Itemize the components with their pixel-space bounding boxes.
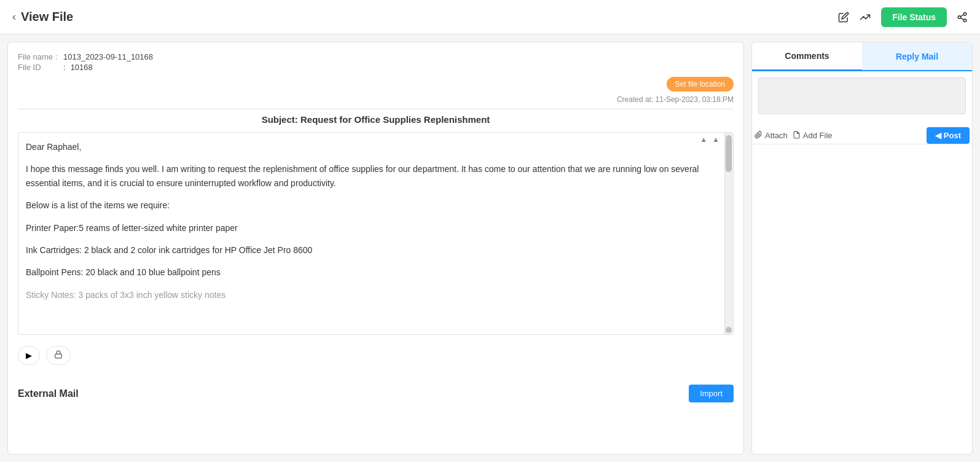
edit-icon-button[interactable] xyxy=(838,12,849,23)
email-subject: Subject: Request for Office Supplies Rep… xyxy=(18,114,734,125)
scrollbar-thumb xyxy=(726,135,732,172)
file-name-label: File name : xyxy=(18,52,61,61)
main-layout: File name : 1013_2023-09-11_10168 File I… xyxy=(0,34,980,462)
header-left: ‹ View File xyxy=(12,10,73,24)
import-button[interactable]: Import xyxy=(689,385,734,402)
panel-divider xyxy=(752,144,972,144)
file-id-colon: : xyxy=(63,63,66,72)
page-title: View File xyxy=(21,10,73,24)
file-id-value: 10168 xyxy=(71,63,93,72)
scrollbar-track[interactable] xyxy=(724,133,733,334)
file-metadata: File name : 1013_2023-09-11_10168 File I… xyxy=(18,52,734,72)
scroll-up2-button[interactable]: ▲ xyxy=(711,135,721,144)
forward-button[interactable]: ▶ xyxy=(18,346,40,365)
back-button[interactable]: ‹ xyxy=(12,10,16,23)
file-id-label: File ID xyxy=(18,63,61,72)
created-at-text: Created at: 11-Sep-2023, 03:18:PM xyxy=(617,95,734,104)
add-file-label: Add File xyxy=(803,131,833,140)
email-paragraph-1: I hope this message finds you well. I am… xyxy=(26,162,721,190)
comment-actions: Attach Add File ◀ Post xyxy=(752,127,972,144)
share-icon-button[interactable] xyxy=(957,12,968,23)
file-name-row: File name : 1013_2023-09-11_10168 xyxy=(18,52,734,61)
email-item-3: Ballpoint Pens: 20 black and 10 blue bal… xyxy=(26,265,721,279)
divider xyxy=(18,109,734,109)
email-item-4-truncated: Sticky Notes: 3 packs of 3x3 inch yellow… xyxy=(26,288,721,302)
file-name-value: 1013_2023-09-11_10168 xyxy=(63,52,153,61)
email-paragraph-2: Below is a list of the items we require: xyxy=(26,198,721,212)
comment-textarea[interactable] xyxy=(758,77,966,114)
lock-button[interactable] xyxy=(46,346,71,365)
add-file-button[interactable]: Add File xyxy=(793,131,833,141)
email-item-2: Ink Cartridges: 2 black and 2 color ink … xyxy=(26,243,721,257)
post-send-icon: ◀ xyxy=(935,131,941,140)
comment-input-area xyxy=(752,71,972,122)
forward-icon: ▶ xyxy=(26,351,32,360)
right-panel: Comments Reply Mail Attach xyxy=(751,42,973,455)
external-mail-section: External Mail Import xyxy=(18,380,734,402)
header: ‹ View File File Status xyxy=(0,0,980,34)
email-body-container: ▲ ▲ Dear Raphael, I hope this message fi… xyxy=(18,132,734,335)
file-status-button[interactable]: File Status xyxy=(881,7,947,27)
add-file-icon xyxy=(793,131,801,141)
email-greeting: Dear Raphael, xyxy=(26,140,721,154)
post-button[interactable]: ◀ Post xyxy=(927,127,970,144)
svg-rect-5 xyxy=(55,354,62,358)
left-panel: File name : 1013_2023-09-11_10168 File I… xyxy=(7,42,744,455)
post-label: Post xyxy=(944,131,961,140)
attach-button[interactable]: Attach xyxy=(755,131,788,141)
tab-comments[interactable]: Comments xyxy=(752,42,862,71)
trend-icon-button[interactable] xyxy=(859,12,871,23)
tab-bar: Comments Reply Mail xyxy=(752,42,972,71)
set-file-location-button[interactable]: Set file location xyxy=(667,77,734,92)
file-id-row: File ID : 10168 xyxy=(18,63,734,72)
scroll-arrows: ▲ ▲ xyxy=(699,135,721,144)
attach-label: Attach xyxy=(765,131,788,140)
scroll-up-button[interactable]: ▲ xyxy=(699,135,708,144)
attach-icon xyxy=(755,131,762,141)
tab-reply-mail[interactable]: Reply Mail xyxy=(862,42,972,70)
email-item-1: Printer Paper:5 reams of letter-sized wh… xyxy=(26,221,721,235)
action-buttons: ▶ xyxy=(18,341,734,370)
meta-top-bar: Set file location xyxy=(18,77,734,92)
svg-line-3 xyxy=(960,18,963,20)
email-body: Dear Raphael, I hope this message finds … xyxy=(18,133,733,334)
svg-line-4 xyxy=(960,14,963,16)
header-right: File Status xyxy=(838,7,968,27)
external-mail-label: External Mail xyxy=(18,388,79,399)
lock-icon xyxy=(54,350,63,361)
